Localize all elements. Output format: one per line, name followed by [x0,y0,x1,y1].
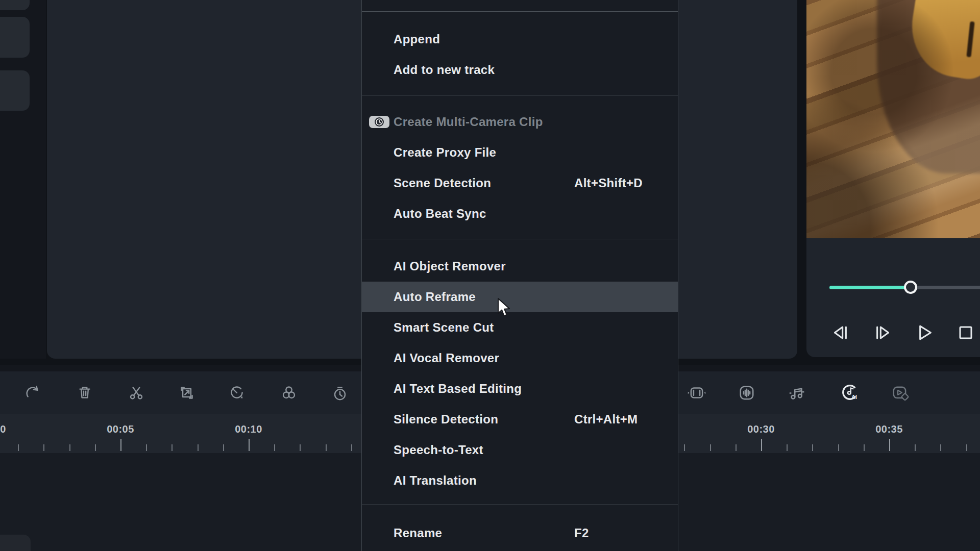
ruler-time-label: 00:10 [235,423,262,435]
clip-context-menu: AppendAdd to new trackCreate Multi-Camer… [361,0,678,551]
delete-icon[interactable] [75,383,95,403]
menu-item-ai-translation[interactable]: AI Translation [362,465,678,496]
menu-group: AI Object RemoverAuto ReframeSmart Scene… [362,239,678,505]
menu-item-label: Smart Scene Cut [394,320,494,334]
menu-group: RenameF2 [362,505,678,548]
ruler-time-label: 00:00 [0,423,6,435]
ruler-minor-tick [326,444,327,451]
ruler-major-tick [120,439,121,451]
menu-item-label: AI Translation [394,473,477,487]
ruler-minor-tick [838,444,839,451]
ruler-minor-tick [172,444,173,451]
media-thumbnail[interactable] [0,0,30,10]
menu-item-label: Create Multi-Camera Clip [394,115,543,129]
redo-icon[interactable] [22,383,42,403]
timer-icon[interactable] [330,383,350,403]
ruler-major-tick [889,439,890,451]
ruler-minor-tick [43,444,44,451]
ruler-minor-tick [95,444,96,451]
menu-item-shortcut: Alt+Shift+D [574,168,643,198]
ruler-minor-tick [966,444,967,451]
ruler-minor-tick [351,444,352,451]
color-match-icon[interactable] [279,383,299,403]
menu-item-create-proxy-file[interactable]: Create Proxy File [362,137,678,168]
ruler-minor-tick [146,444,147,451]
audio-denoise-icon[interactable] [737,383,757,403]
ruler-minor-tick [864,444,865,451]
previous-frame-button[interactable] [829,321,852,344]
menu-item-label: Silence Detection [394,412,498,426]
menu-item-scene-detection[interactable]: Scene DetectionAlt+Shift+D [362,168,678,198]
ai-audio-icon[interactable]: AI [840,383,860,403]
menu-item-label: Rename [394,526,442,540]
music-icon[interactable] [786,383,806,403]
slider-fill [829,286,911,289]
previous-frame-icon [829,321,852,344]
preview-panel [806,0,980,357]
next-frame-button[interactable] [871,321,894,344]
split-icon[interactable] [126,383,146,403]
menu-group: AppendAdd to new track [362,12,678,95]
menu-item-rename[interactable]: RenameF2 [362,518,678,548]
ruler-minor-tick [710,444,711,451]
track-header-stub [0,535,31,551]
crop-icon[interactable] [177,383,197,403]
menu-item-add-to-new-track[interactable]: Add to new track [362,55,678,85]
ruler-major-tick [249,439,250,451]
menu-item-ai-vocal-remover[interactable]: AI Vocal Remover [362,343,678,373]
menu-item-label: Create Proxy File [394,145,496,159]
ruler-time-label: 00:35 [875,423,903,435]
stop-icon [954,321,977,344]
transport-controls [806,321,980,346]
menu-item-ai-text-based-editing[interactable]: AI Text Based Editing [362,373,678,404]
ruler-minor-tick [223,444,224,451]
menu-item-label: Speech-to-Text [394,443,483,457]
menu-item-shortcut: Ctrl+Alt+M [574,404,638,435]
reframe-icon[interactable] [687,383,707,403]
media-sidebar [0,0,46,359]
cursor-arrow-icon [497,298,510,317]
ruler-minor-tick [812,444,813,451]
ruler-time-label: 00:30 [747,423,775,435]
video-effect-icon[interactable] [890,383,910,403]
ruler-time-label: 00:05 [107,423,134,435]
media-thumbnail[interactable] [0,70,30,111]
svg-text:AI: AI [851,394,857,400]
app-window: AI 00:0000:0500:1000:1500:2000:2500:3000… [0,0,980,551]
preview-progress-slider[interactable] [829,284,980,291]
ruler-major-tick [761,439,762,451]
menu-item-shortcut: F2 [574,518,589,548]
slider-handle[interactable] [904,281,917,294]
video-content-vignette [806,0,980,238]
menu-item-auto-beat-sync[interactable]: Auto Beat Sync [362,198,678,229]
menu-item-label: AI Text Based Editing [394,382,522,395]
next-frame-icon [871,321,894,344]
speed-icon[interactable] [227,383,247,403]
menu-item-append[interactable]: Append [362,24,678,55]
media-thumbnail[interactable] [0,17,30,58]
menu-item-smart-scene-cut[interactable]: Smart Scene Cut [362,312,678,343]
multi-camera-clock-icon [369,116,389,128]
ruler-minor-tick [684,444,685,451]
ruler-minor-tick [736,444,737,451]
menu-item-create-multi-camera-clip: Create Multi-Camera Clip [362,107,678,137]
play-icon [913,321,935,344]
ruler-minor-tick [915,444,916,451]
play-button[interactable] [913,321,935,344]
menu-item-ai-object-remover[interactable]: AI Object Remover [362,251,678,282]
menu-item-speech-to-text[interactable]: Speech-to-Text [362,435,678,465]
menu-item-label: Add to new track [394,63,495,77]
menu-item-auto-reframe[interactable]: Auto Reframe [362,282,678,312]
ruler-minor-tick [18,444,19,451]
ruler-minor-tick [69,444,70,451]
stop-button[interactable] [954,321,977,344]
menu-item-label: Scene Detection [394,176,491,190]
menu-item-label: Append [394,32,440,46]
ruler-minor-tick [787,444,788,451]
video-preview [806,0,980,238]
ruler-minor-tick [300,444,301,451]
menu-item-label: Auto Beat Sync [394,207,486,220]
menu-item-silence-detection[interactable]: Silence DetectionCtrl+Alt+M [362,404,678,435]
ruler-minor-tick [198,444,199,451]
ruler-minor-tick [940,444,941,451]
